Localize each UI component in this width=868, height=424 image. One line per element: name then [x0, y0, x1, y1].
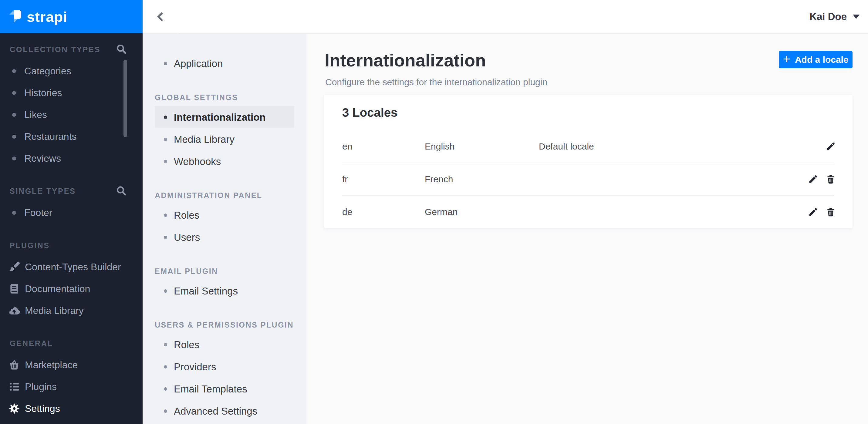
sidebar-item-label: Content-Types Builder: [25, 261, 121, 273]
locale-status: Default locale: [539, 141, 826, 152]
settings-nav-label: Media Library: [174, 134, 235, 145]
bullet-icon: [12, 211, 16, 215]
settings-nav-label: Roles: [174, 339, 199, 351]
sidebar-item-marketplace[interactable]: Marketplace: [0, 354, 143, 376]
settings-nav-media-library[interactable]: Media Library: [143, 128, 306, 151]
settings-nav-label: Webhooks: [174, 156, 221, 167]
sidebar-item-label: Media Library: [25, 305, 84, 316]
list-icon: [8, 381, 20, 392]
strapi-logo-icon: [9, 9, 22, 24]
sidebar-item-label: Footer: [24, 207, 52, 218]
bullet-icon: [12, 157, 16, 160]
add-locale-button-label: Add a locale: [795, 55, 848, 65]
sidebar-item-reviews[interactable]: Reviews: [0, 148, 143, 169]
settings-subnav: Application GLOBAL SETTINGS Internationa…: [143, 34, 306, 424]
section-collection-types: COLLECTION TYPES Categories Histories Li…: [0, 45, 143, 169]
settings-nav-email-settings[interactable]: Email Settings: [143, 280, 306, 302]
search-icon[interactable]: [116, 44, 127, 55]
locale-name: English: [425, 141, 539, 152]
section-general: GENERAL Marketplace: [0, 339, 143, 419]
gear-icon: [8, 403, 20, 414]
bullet-icon: [164, 410, 167, 413]
settings-nav-webhooks[interactable]: Webhooks: [143, 151, 306, 172]
sidebar-item-label: Restaurants: [24, 131, 77, 142]
plus-icon: +: [783, 53, 790, 66]
sidebar-item-categories[interactable]: Categories: [0, 60, 143, 82]
locales-card: 3 Locales en English Default locale fr F…: [324, 95, 852, 228]
bullet-icon: [164, 214, 167, 217]
settings-group-header: ADMINISTRATION PANEL: [143, 191, 306, 200]
locale-name: French: [425, 174, 539, 185]
settings-nav-label: Application: [174, 58, 223, 69]
sidebar-scrollbar[interactable]: [123, 60, 127, 137]
settings-nav-email-templates[interactable]: Email Templates: [143, 378, 306, 400]
bullet-icon: [164, 343, 167, 346]
section-single-types: SINGLE TYPES Footer: [0, 187, 143, 224]
sidebar-item-label: Plugins: [25, 381, 57, 392]
settings-nav-internationalization[interactable]: Internationalization: [155, 106, 294, 128]
bullet-icon: [12, 91, 16, 95]
basket-icon: [8, 359, 20, 370]
settings-nav-advanced-settings[interactable]: Advanced Settings: [143, 400, 306, 422]
settings-group-header: GLOBAL SETTINGS: [143, 93, 306, 102]
user-menu[interactable]: Kai Doe: [809, 0, 860, 33]
settings-nav-label: Advanced Settings: [174, 405, 257, 417]
cloud-upload-icon: [8, 305, 20, 316]
bullet-icon: [164, 387, 167, 391]
edit-icon[interactable]: [826, 142, 836, 151]
settings-group-email-plugin: EMAIL PLUGIN Email Settings: [143, 267, 306, 302]
sidebar-item-histories[interactable]: Histories: [0, 82, 143, 104]
settings-nav-label: Roles: [174, 209, 199, 221]
settings-nav-admin-users[interactable]: Users: [143, 226, 306, 249]
locale-code: de: [342, 207, 425, 217]
sidebar-item-content-types-builder[interactable]: Content-Types Builder: [0, 256, 143, 278]
sidebar-item-label: Likes: [24, 109, 47, 121]
bullet-icon: [164, 289, 167, 293]
settings-nav-up-roles[interactable]: Roles: [143, 334, 306, 356]
bullet-icon: [164, 62, 167, 65]
settings-nav-label: Email Settings: [174, 285, 238, 297]
bullet-icon: [12, 69, 16, 73]
search-icon[interactable]: [116, 185, 127, 196]
locale-code: fr: [342, 174, 425, 185]
settings-nav-application[interactable]: Application: [143, 53, 306, 75]
bullet-icon: [164, 236, 167, 239]
settings-group-header: USERS & PERMISSIONS PLUGIN: [143, 320, 306, 329]
chevron-left-icon: [154, 10, 167, 24]
locale-name: German: [425, 207, 539, 217]
delete-icon[interactable]: [826, 207, 836, 217]
bullet-icon: [164, 138, 167, 141]
edit-icon[interactable]: [808, 207, 818, 217]
sidebar-item-media-library[interactable]: Media Library: [0, 300, 143, 322]
sidebar-item-plugins[interactable]: Plugins: [0, 376, 143, 398]
edit-icon[interactable]: [808, 174, 818, 184]
bullet-icon: [164, 365, 167, 368]
locale-row-en[interactable]: en English Default locale: [324, 130, 852, 163]
locales-card-title: 3 Locales: [324, 95, 852, 130]
sidebar-item-restaurants[interactable]: Restaurants: [0, 126, 143, 148]
bullet-icon: [164, 116, 167, 119]
sidebar-item-documentation[interactable]: Documentation: [0, 278, 143, 300]
strapi-logo[interactable]: strapi: [0, 0, 143, 33]
section-header-general: GENERAL: [0, 339, 143, 348]
sidebar-item-likes[interactable]: Likes: [0, 104, 143, 126]
bullet-icon: [164, 160, 167, 163]
sidebar-item-label: Marketplace: [25, 359, 78, 370]
locale-row-fr[interactable]: fr French: [324, 163, 852, 195]
brush-icon: [8, 261, 20, 273]
settings-group-header: EMAIL PLUGIN: [143, 267, 306, 276]
back-button[interactable]: [143, 0, 179, 33]
delete-icon[interactable]: [826, 174, 836, 184]
sidebar-item-footer[interactable]: Footer: [0, 202, 143, 224]
settings-group-global-settings: GLOBAL SETTINGS Internationalization Med…: [143, 93, 306, 172]
settings-nav-label: Providers: [174, 361, 216, 373]
settings-nav-providers[interactable]: Providers: [143, 356, 306, 378]
settings-group-administration-panel: ADMINISTRATION PANEL Roles Users: [143, 191, 306, 249]
locale-row-de[interactable]: de German: [324, 196, 852, 228]
section-plugins: PLUGINS Content-Types Builder: [0, 241, 143, 322]
add-locale-button[interactable]: + Add a locale: [779, 51, 852, 68]
section-header-plugins: PLUGINS: [0, 241, 143, 250]
settings-nav-admin-roles[interactable]: Roles: [143, 204, 306, 226]
sidebar-item-settings[interactable]: Settings: [0, 398, 143, 419]
caret-down-icon: [853, 14, 860, 19]
